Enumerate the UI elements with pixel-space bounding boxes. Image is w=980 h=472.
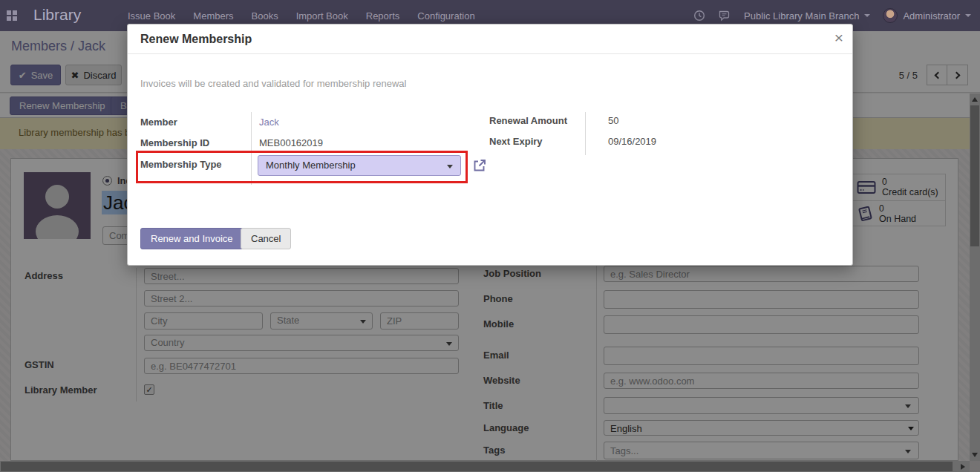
- apps-grid-icon[interactable]: [7, 10, 17, 21]
- member-value-link[interactable]: Jack: [259, 117, 279, 128]
- membership-type-value: Monthly Membership: [266, 160, 356, 171]
- chevron-down-icon: [864, 14, 870, 17]
- menu-configuration[interactable]: Configuration: [417, 10, 474, 22]
- company-name: Public Library Main Branch: [744, 10, 859, 22]
- modal-left-separator: [251, 112, 252, 185]
- user-menu[interactable]: Administrator: [883, 8, 971, 23]
- select-arrow-icon: [447, 165, 453, 168]
- renewal-amount-label: Renewal Amount: [489, 115, 567, 126]
- dialog-header: Renew Membership ×: [128, 24, 852, 54]
- renewal-amount-value: 50: [608, 115, 618, 126]
- external-link-icon[interactable]: [472, 158, 487, 173]
- cancel-button[interactable]: Cancel: [241, 228, 291, 249]
- renew-membership-dialog: Renew Membership × Invoices will be crea…: [127, 24, 853, 266]
- membership-type-select[interactable]: Monthly Membership: [258, 155, 461, 176]
- messages-chat-icon[interactable]: [718, 10, 731, 22]
- next-expiry-value: 09/16/2019: [608, 136, 656, 147]
- membership-type-label: Membership Type: [140, 159, 222, 170]
- menu-reports[interactable]: Reports: [366, 10, 400, 22]
- chevron-down-icon: [965, 14, 971, 17]
- membership-id-label: Membership ID: [140, 137, 209, 148]
- company-switcher[interactable]: Public Library Main Branch: [744, 10, 870, 22]
- menu-issue-book[interactable]: Issue Book: [128, 10, 175, 22]
- menu-members[interactable]: Members: [193, 10, 233, 22]
- modal-right-separator: [585, 112, 586, 155]
- user-name: Administrator: [903, 10, 960, 22]
- close-icon[interactable]: ×: [834, 29, 843, 47]
- activities-clock-icon[interactable]: [693, 10, 705, 22]
- menu-books[interactable]: Books: [252, 10, 278, 22]
- dialog-message: Invoices will be created and validated f…: [140, 78, 406, 89]
- dialog-title: Renew Membership: [140, 33, 252, 46]
- renew-and-invoice-button[interactable]: Renew and Invoice: [140, 228, 244, 249]
- member-label: Member: [140, 117, 177, 128]
- app-brand[interactable]: Library: [33, 6, 81, 24]
- membership-id-value: MEB00162019: [259, 137, 323, 148]
- next-expiry-label: Next Expiry: [489, 136, 543, 147]
- screen: Library Issue Book Members Books Import …: [0, 0, 980, 472]
- user-avatar: [883, 8, 898, 23]
- menu-import-book[interactable]: Import Book: [296, 10, 348, 22]
